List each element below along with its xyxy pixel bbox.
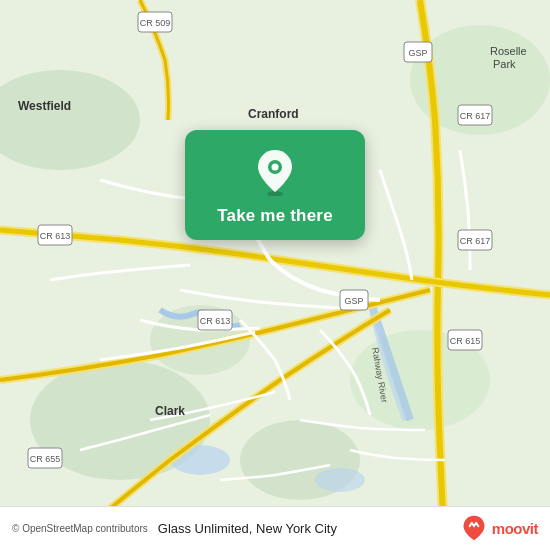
svg-text:Cranford: Cranford <box>248 107 299 121</box>
svg-text:Park: Park <box>493 58 516 70</box>
map-background: CR 509 CR 617 CR 617 CR 613 CR 613 CR 61… <box>0 0 550 550</box>
svg-text:CR 655: CR 655 <box>30 454 61 464</box>
svg-text:Roselle: Roselle <box>490 45 527 57</box>
svg-text:CR 615: CR 615 <box>450 336 481 346</box>
location-pin-icon <box>251 148 299 196</box>
map-container: CR 509 CR 617 CR 617 CR 613 CR 613 CR 61… <box>0 0 550 550</box>
bottom-info-bar: © OpenStreetMap contributors Glass Unlim… <box>0 506 550 550</box>
svg-text:CR 613: CR 613 <box>200 316 231 326</box>
svg-text:CR 617: CR 617 <box>460 111 491 121</box>
take-me-there-card[interactable]: Take me there <box>185 130 365 240</box>
svg-point-35 <box>272 164 279 171</box>
svg-text:CR 617: CR 617 <box>460 236 491 246</box>
svg-text:GSP: GSP <box>408 48 427 58</box>
svg-text:CR 613: CR 613 <box>40 231 71 241</box>
svg-text:GSP: GSP <box>344 296 363 306</box>
svg-point-8 <box>315 468 365 492</box>
location-label: Glass Unlimited, New York City <box>158 521 337 536</box>
take-me-there-button-label: Take me there <box>217 206 333 226</box>
svg-text:Westfield: Westfield <box>18 99 71 113</box>
svg-text:Clark: Clark <box>155 404 185 418</box>
copyright-text: © OpenStreetMap contributors <box>12 523 148 534</box>
moovit-logo-icon <box>460 514 488 542</box>
moovit-logo: moovit <box>460 514 538 542</box>
moovit-text: moovit <box>492 520 538 537</box>
svg-text:CR 509: CR 509 <box>140 18 171 28</box>
